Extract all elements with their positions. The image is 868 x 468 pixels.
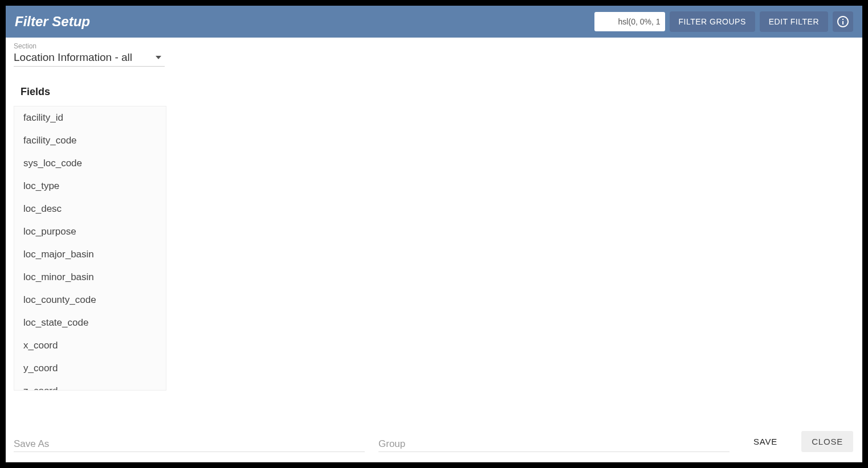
field-item[interactable]: loc_major_basin [14,243,166,266]
group-field [378,436,730,452]
save-as-input[interactable] [14,436,365,452]
field-item[interactable]: z_coord [14,380,166,391]
fields-label: Fields [21,86,854,98]
save-button[interactable]: SAVE [743,431,788,452]
info-icon [836,15,850,28]
close-button[interactable]: CLOSE [801,431,853,452]
header-actions: FILTER GROUPS EDIT FILTER [594,11,853,32]
field-item[interactable]: facility_code [14,129,166,152]
section-label: Section [14,42,854,50]
header-bar: Filter Setup FILTER GROUPS EDIT FILTER [6,6,862,38]
field-item[interactable]: sys_loc_code [14,152,166,175]
filter-groups-button[interactable]: FILTER GROUPS [670,11,755,32]
dialog-title: Filter Setup [15,14,594,30]
save-as-field [14,436,365,452]
field-item[interactable]: loc_desc [14,198,166,220]
field-item[interactable]: loc_purpose [14,220,166,243]
filter-setup-dialog: Filter Setup FILTER GROUPS EDIT FILTER S… [6,6,862,462]
edit-filter-button[interactable]: EDIT FILTER [760,11,828,32]
section-dropdown[interactable]: Location Information - all [14,51,165,67]
field-item[interactable]: loc_county_code [14,289,166,311]
field-item[interactable]: loc_minor_basin [14,266,166,289]
group-input[interactable] [378,436,730,452]
field-item[interactable]: x_coord [14,334,166,357]
chevron-down-icon [156,56,161,59]
dialog-body: Section Location Information - all Field… [6,38,862,424]
field-item[interactable]: loc_state_code [14,311,166,334]
color-input[interactable] [594,12,665,31]
section-value: Location Information - all [14,51,156,64]
field-item[interactable]: loc_type [14,175,166,198]
footer-bar: SAVE CLOSE [6,424,862,462]
field-item[interactable]: y_coord [14,357,166,380]
field-item[interactable]: facility_id [14,106,166,129]
fields-listbox[interactable]: facility_idfacility_codesys_loc_codeloc_… [14,106,166,391]
info-button[interactable] [833,11,853,32]
